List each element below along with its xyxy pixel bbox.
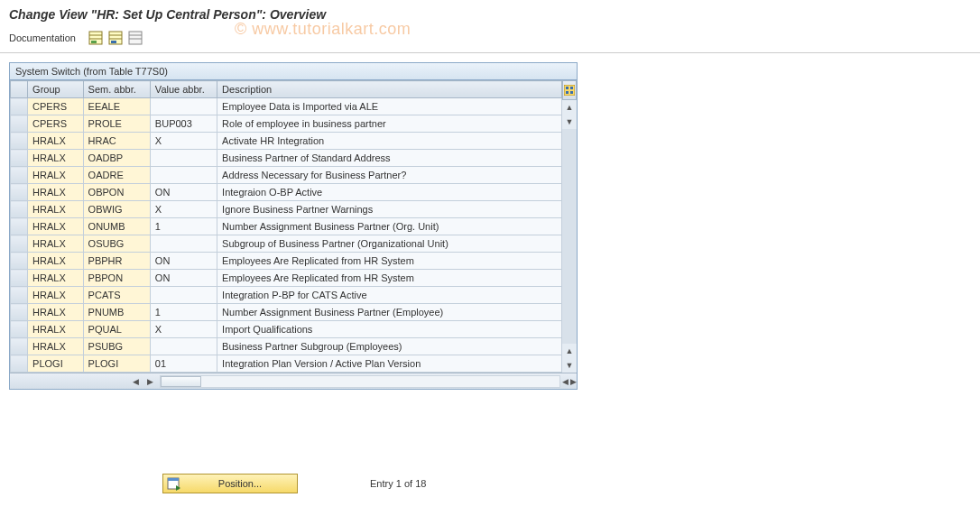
cell-group: HRALX	[28, 218, 84, 235]
svg-rect-11	[564, 85, 575, 96]
table-settings-icon[interactable]	[562, 80, 577, 100]
table-select-icon[interactable]	[108, 31, 123, 45]
scroll-down-icon[interactable]: ▼	[562, 115, 577, 129]
row-selector[interactable]	[11, 201, 28, 218]
svg-rect-17	[168, 478, 179, 481]
cell-value-abbr[interactable]: X	[150, 133, 217, 150]
row-selector[interactable]	[11, 133, 28, 150]
col-header-group[interactable]: Group	[28, 81, 84, 98]
hscroll-right-icon[interactable]: ▶	[143, 375, 156, 388]
hscroll-track[interactable]	[160, 375, 560, 388]
row-selector[interactable]	[11, 338, 28, 355]
row-selector[interactable]	[11, 167, 28, 184]
table-row[interactable]: HRALXPBPONONEmployees Are Replicated fro…	[11, 270, 562, 287]
cell-value-abbr[interactable]: 1	[150, 304, 217, 321]
row-selector[interactable]	[11, 235, 28, 253]
cell-group: HRALX	[28, 150, 84, 167]
scroll-up-icon[interactable]: ▲	[562, 100, 577, 115]
table-row[interactable]: PLOGIPLOGI01Integration Plan Version / A…	[11, 355, 562, 373]
table-row[interactable]: HRALXOADBPBusiness Partner of Standard A…	[11, 150, 562, 167]
table-row[interactable]: HRALXONUMB1Number Assignment Business Pa…	[11, 218, 562, 235]
hscroll-left-end-icon[interactable]: ◀	[562, 375, 569, 388]
position-button[interactable]: Position...	[162, 474, 298, 493]
cell-group: CPERS	[28, 115, 84, 133]
row-selector[interactable]	[11, 304, 28, 321]
cell-group: HRALX	[28, 201, 84, 218]
hscroll-thumb[interactable]	[161, 376, 201, 387]
cell-group: HRALX	[28, 235, 84, 253]
cell-value-abbr[interactable]: X	[150, 321, 217, 338]
table-row[interactable]: HRALXPNUMB1Number Assignment Business Pa…	[11, 304, 562, 321]
row-selector[interactable]	[11, 355, 28, 373]
row-selector[interactable]	[11, 115, 28, 133]
scroll-down-bottom-icon[interactable]: ▼	[562, 358, 577, 373]
row-header-blank	[11, 81, 28, 98]
table-row[interactable]: HRALXPBPHRONEmployees Are Replicated fro…	[11, 253, 562, 270]
scroll-up-bottom-icon[interactable]: ▲	[562, 344, 577, 358]
col-header-description[interactable]: Description	[217, 81, 562, 98]
cell-value-abbr[interactable]: ON	[150, 270, 217, 287]
cell-description: Address Necessary for Business Partner?	[217, 167, 562, 184]
vertical-scrollbar[interactable]: ▲ ▼ ▲ ▼	[562, 80, 577, 373]
svg-rect-3	[91, 41, 97, 43]
cell-group: HRALX	[28, 167, 84, 184]
cell-value-abbr[interactable]: ON	[150, 184, 217, 201]
hscroll-right-end-icon[interactable]: ▶	[570, 375, 577, 388]
cell-description: Integration P-BP for CATS Active	[217, 287, 562, 304]
cell-value-abbr[interactable]: ON	[150, 253, 217, 270]
row-selector[interactable]	[11, 287, 28, 304]
cell-sem-abbr: PCATS	[83, 287, 150, 304]
table-content-icon[interactable]	[88, 31, 103, 45]
table-row[interactable]: HRALXPQUALXImport Qualifications	[11, 321, 562, 338]
page-title: Change View "HR: Set Up Central Person":…	[0, 0, 980, 27]
cell-sem-abbr: PNUMB	[83, 304, 150, 321]
cell-sem-abbr: HRAC	[83, 133, 150, 150]
col-header-sem-abbr[interactable]: Sem. abbr.	[83, 81, 150, 98]
table-row[interactable]: HRALXOADREAddress Necessary for Business…	[11, 167, 562, 184]
table-row[interactable]: HRALXHRACXActivate HR Integration	[11, 133, 562, 150]
data-grid: Group Sem. abbr. Value abbr. Description…	[10, 80, 562, 373]
svg-rect-8	[129, 32, 142, 44]
cell-value-abbr[interactable]	[150, 338, 217, 355]
cell-value-abbr[interactable]: 1	[150, 218, 217, 235]
row-selector[interactable]	[11, 150, 28, 167]
documentation-button[interactable]: Documentation	[9, 32, 76, 43]
row-selector[interactable]	[11, 270, 28, 287]
table-row[interactable]: CPERSEEALEEmployee Data is Imported via …	[11, 98, 562, 115]
table-row[interactable]: HRALXOSUBGSubgroup of Business Partner (…	[11, 235, 562, 253]
table-row[interactable]: HRALXPCATSIntegration P-BP for CATS Acti…	[11, 287, 562, 304]
row-selector[interactable]	[11, 218, 28, 235]
table-row[interactable]: CPERSPROLEBUP003Role of employee in busi…	[11, 115, 562, 133]
table-row[interactable]: HRALXOBPONONIntegraion O-BP Active	[11, 184, 562, 201]
row-selector[interactable]	[11, 184, 28, 201]
cell-value-abbr[interactable]	[150, 235, 217, 253]
table-row[interactable]: HRALXOBWIGXIgnore Business Partner Warni…	[11, 201, 562, 218]
cell-sem-abbr: OSUBG	[83, 235, 150, 253]
cell-description: Import Qualifications	[217, 321, 562, 338]
cell-description: Activate HR Integration	[217, 133, 562, 150]
cell-value-abbr[interactable]	[150, 98, 217, 115]
deselect-all-icon[interactable]	[128, 31, 143, 45]
svg-rect-7	[111, 41, 116, 43]
row-selector[interactable]	[11, 253, 28, 270]
cell-value-abbr[interactable]: BUP003	[150, 115, 217, 133]
cell-value-abbr[interactable]	[150, 150, 217, 167]
cell-value-abbr[interactable]	[150, 287, 217, 304]
cell-value-abbr[interactable]: X	[150, 201, 217, 218]
col-header-value-abbr[interactable]: Value abbr.	[150, 81, 217, 98]
cell-group: HRALX	[28, 304, 84, 321]
table-row[interactable]: HRALXPSUBGBusiness Partner Subgroup (Emp…	[11, 338, 562, 355]
cell-value-abbr[interactable]	[150, 167, 217, 184]
cell-group: HRALX	[28, 133, 84, 150]
scroll-track[interactable]	[562, 129, 577, 344]
cell-sem-abbr: PLOGI	[83, 355, 150, 373]
table-panel: System Switch (from Table T77S0) Group S…	[9, 62, 578, 390]
row-selector[interactable]	[11, 321, 28, 338]
hscroll-left-icon[interactable]: ◀	[129, 375, 142, 388]
cell-group: HRALX	[28, 270, 84, 287]
cell-value-abbr[interactable]: 01	[150, 355, 217, 373]
position-label: Position...	[187, 478, 293, 489]
cell-sem-abbr: OBWIG	[83, 201, 150, 218]
row-selector[interactable]	[11, 98, 28, 115]
horizontal-scrollbar[interactable]: ◀ ▶ ◀ ▶	[10, 373, 577, 389]
